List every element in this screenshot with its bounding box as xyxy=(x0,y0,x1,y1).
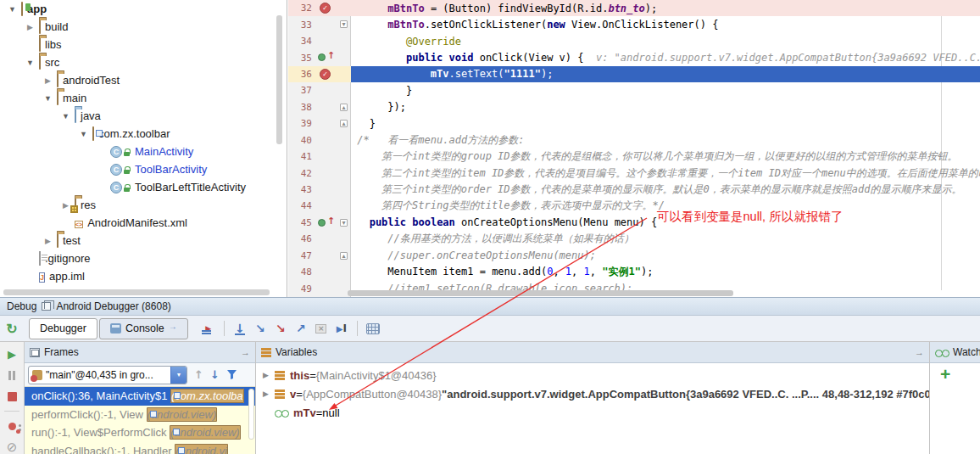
class-icon: C xyxy=(110,182,131,193)
gutter-icons: ✓ xyxy=(315,0,337,16)
code-line-42[interactable]: 42第二个int类型的item ID参数，代表的是项目编号。这个参数非常重要，一… xyxy=(288,165,980,181)
tree-expander-closed-icon[interactable]: ▶ xyxy=(39,237,57,245)
variable-row-mTv[interactable]: mTv = null xyxy=(256,403,929,422)
frame-up-icon[interactable]: ↑ xyxy=(194,368,203,381)
watches-panel: Watches + xyxy=(930,342,980,454)
thread-dropdown-icon[interactable]: ▼ xyxy=(170,366,187,384)
tree-item-test[interactable]: ▶test xyxy=(0,232,287,249)
evaluate-expression-icon[interactable] xyxy=(363,319,383,338)
mute-breakpoints-icon[interactable]: ⊘ xyxy=(5,440,19,454)
stack-frame-row[interactable]: onClick():36, MainActivity$1 (com.zx.too… xyxy=(25,387,255,406)
frame-down-icon[interactable]: ↓ xyxy=(210,368,220,381)
manifest-icon: <> xyxy=(75,216,83,230)
tree-item-mainactivity[interactable]: CMainActivity xyxy=(0,143,287,160)
console-dock-icon: → xyxy=(169,322,177,331)
tree-item-com-zx-toolbar[interactable]: ▼com.zx.toolbar xyxy=(0,125,287,143)
tree-expander-closed-icon[interactable]: ▶ xyxy=(39,76,57,85)
tree-item-app-iml[interactable]: Japp.iml xyxy=(0,267,287,285)
variables-dock-icon[interactable]: → xyxy=(915,347,924,357)
tree-item-label: androidTest xyxy=(63,74,120,87)
tree-item-androidmanifest-xml[interactable]: <>AndroidManifest.xml xyxy=(0,214,287,232)
line-number: 48 xyxy=(288,266,315,277)
variable-row-this[interactable]: ▶this = {MainActivity$1@40436} xyxy=(256,366,929,384)
code-line-36[interactable]: 36✓mTv.setText("1111"); xyxy=(288,66,980,82)
code-line-47[interactable]: 47▴//super.onCreateOptionsMenu(menu); xyxy=(288,248,980,264)
code-line-33[interactable]: 33▾mBtnTo.setOnClickListener(new View.On… xyxy=(288,16,980,32)
tree-expander-open-icon[interactable]: ▼ xyxy=(21,59,39,67)
fold-marker-close-icon[interactable]: ▴ xyxy=(340,252,348,260)
gutter-icons xyxy=(315,198,337,214)
code-line-32[interactable]: 32✓mBtnTo = (Button) findViewById(R.id.b… xyxy=(288,0,980,16)
tree-item--gitignore[interactable]: .gitignore xyxy=(0,249,287,267)
code-line-34[interactable]: 34@Override xyxy=(288,33,980,49)
editor-lines[interactable]: 32✓mBtnTo = (Button) findViewById(R.id.b… xyxy=(288,0,980,297)
drop-frame-icon[interactable]: × xyxy=(311,319,331,338)
package-icon xyxy=(92,126,94,141)
code-line-46[interactable]: 46//条用基类的方法，以便调出系统菜单（如果有的话） xyxy=(288,231,980,247)
run-to-cursor-icon[interactable]: ▶I xyxy=(331,319,352,338)
code-line-43[interactable]: 43第三个int类型的order ID参数，代表的是菜单项的显示顺序。默认是0，… xyxy=(288,182,980,198)
tree-vertical-scrollbar[interactable] xyxy=(276,15,282,144)
code-line-38[interactable]: 38▴}); xyxy=(288,99,980,115)
tab-console[interactable]: Console → xyxy=(99,318,188,339)
tree-item-build[interactable]: ▶build xyxy=(0,18,287,36)
rerun-icon[interactable]: ↻ xyxy=(0,321,24,337)
tree-horizontal-scrollbar[interactable] xyxy=(3,289,270,295)
code-line-41[interactable]: 41第一个int类型的group ID参数，代表的是组概念，你可以将几个菜单项归… xyxy=(288,149,980,165)
pause-program-icon[interactable] xyxy=(5,368,19,382)
code-line-40[interactable]: 40/* 看一看menu.add方法的参数: xyxy=(288,132,980,149)
add-watch-button[interactable]: + xyxy=(930,363,980,382)
step-out-icon[interactable]: ↗ xyxy=(291,319,311,338)
show-execution-point-icon[interactable]: ▶ xyxy=(198,319,219,338)
tree-expander-open-icon[interactable]: ▼ xyxy=(3,5,21,14)
tree-expander-open-icon[interactable]: ▼ xyxy=(75,130,92,138)
fold-marker-open-icon[interactable]: ▾ xyxy=(340,219,348,227)
code-text: mTv.setText("1111"); xyxy=(351,68,980,80)
tree-item-java[interactable]: ▼java xyxy=(0,107,287,125)
tree-item-src[interactable]: ▼src xyxy=(0,53,287,71)
filter-frames-icon[interactable] xyxy=(226,369,237,380)
tree-item-label: build xyxy=(45,20,68,33)
variable-expander-icon[interactable]: ▶ xyxy=(263,371,275,379)
code-line-35[interactable]: 35↑public void onClick(View v) { v: "and… xyxy=(288,49,980,65)
tree-item-main[interactable]: ▼main xyxy=(0,89,287,107)
code-line-45[interactable]: 45↑▾public boolean onCreateOptionsMenu(M… xyxy=(288,215,980,231)
editor-horizontal-scrollbar[interactable] xyxy=(348,290,733,296)
tree-item-androidtest[interactable]: ▶androidTest xyxy=(0,71,287,89)
view-breakpoints-icon[interactable] xyxy=(5,419,19,433)
frames-title: Frames xyxy=(44,346,79,358)
tree-item-toolbaractivity[interactable]: CToolBarActivity xyxy=(0,160,287,178)
frames-dock-icon[interactable]: → xyxy=(241,347,250,357)
code-line-48[interactable]: 48MenuItem item1 = menu.add(0, 1, 1, "实例… xyxy=(288,264,980,280)
tree-item-toolbarlefttitleactivity[interactable]: CToolBarLeftTitleActivity xyxy=(0,178,287,196)
tree-expander-closed-icon[interactable]: ▶ xyxy=(21,23,39,31)
tree-item-label: MainActivity xyxy=(135,145,193,158)
tree-item-res[interactable]: ▶res xyxy=(0,196,287,214)
fold-marker-close-icon[interactable]: ▴ xyxy=(340,120,348,127)
variable-row-v[interactable]: ▶v = {AppCompatButton@40438} "android.su… xyxy=(256,384,929,403)
fold-marker-close-icon[interactable]: ▴ xyxy=(340,104,348,111)
force-step-into-icon[interactable]: ↘ xyxy=(270,319,291,338)
module-icon xyxy=(21,3,23,15)
breakpoint-icon[interactable]: ✓ xyxy=(320,3,331,14)
frames-scrollbar[interactable] xyxy=(248,389,254,440)
code-line-37[interactable]: 37} xyxy=(288,82,980,98)
tree-item-app[interactable]: ▼app xyxy=(0,0,287,18)
stack-frame-row[interactable]: handleCallback():-1, Handler (android.vi xyxy=(25,442,255,454)
thread-selector[interactable]: "main"@40,435 in gro... ▼ xyxy=(28,366,187,384)
step-over-icon[interactable]: ↓ xyxy=(230,319,250,338)
variable-expander-icon[interactable]: ▶ xyxy=(263,390,275,398)
stack-frame-row[interactable]: performClick():-1, View (android.view) xyxy=(25,406,255,424)
code-line-44[interactable]: 44第四个String类型的title参数，表示选项中显示的文字。*/ xyxy=(288,198,980,214)
fold-marker-open-icon[interactable]: ▾ xyxy=(340,20,348,28)
code-line-39[interactable]: 39▴} xyxy=(288,115,980,132)
tree-item-libs[interactable]: libs xyxy=(0,36,287,53)
resume-program-icon[interactable]: ▶ xyxy=(5,347,19,361)
stack-frame-row[interactable]: run():-1, View$PerformClick (android.vie… xyxy=(25,423,255,442)
stop-program-icon[interactable] xyxy=(5,390,19,403)
step-into-icon[interactable]: ↘ xyxy=(250,319,270,338)
breakpoint-icon[interactable]: ✓ xyxy=(320,69,331,80)
tree-expander-open-icon[interactable]: ▼ xyxy=(57,112,75,121)
tree-expander-open-icon[interactable]: ▼ xyxy=(39,94,57,103)
tab-debugger[interactable]: Debugger xyxy=(29,318,97,339)
